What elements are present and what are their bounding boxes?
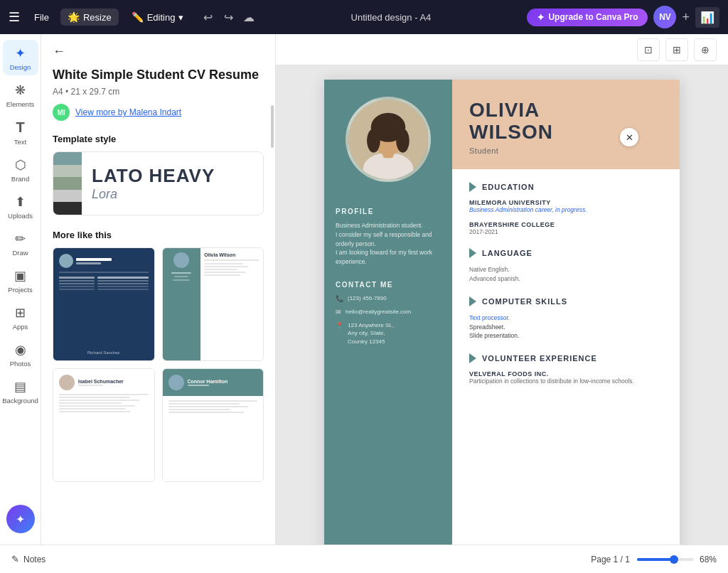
cv-edu-2-school: BRAYERSHIRE COLLEGE — [469, 221, 663, 228]
sidebar-item-label: Brand — [11, 175, 29, 183]
thumb-4-body — [163, 396, 264, 481]
sidebar-item-uploads[interactable]: ⬆ Uploads — [3, 188, 38, 224]
email-icon: ✉ — [336, 309, 341, 316]
template-thumb-2[interactable]: Olivia Wilson — [162, 247, 264, 361]
zoom-slider-track[interactable] — [637, 558, 694, 561]
avatar[interactable]: NV — [653, 6, 676, 28]
sidebar-item-elements[interactable]: ❋ Elements — [3, 77, 38, 112]
notes-button[interactable]: ✎ Notes — [11, 554, 46, 564]
cv-address: 123 Anywhere St.,Any city, State,Country… — [348, 321, 394, 346]
thumb-3-name: Isabel Schumacher — [78, 379, 124, 384]
template-thumb-1[interactable]: Richard Sanchez — [53, 247, 155, 361]
cv-contact-title: CONTACT ME — [336, 281, 441, 289]
canvas-toolbar: ⊡ ⊞ ⊕ — [276, 34, 728, 65]
resize-icon: 🌟 — [68, 11, 80, 23]
canvas-toolbar-btn-3[interactable]: ⊕ — [694, 38, 717, 61]
canvas-toolbar-btn-2[interactable]: ⊞ — [665, 38, 688, 61]
cv-name-line2: WILSON — [469, 121, 553, 143]
sidebar-item-label: Design — [10, 63, 31, 71]
notes-icon: ✎ — [11, 554, 19, 564]
analytics-icon[interactable]: 📊 — [695, 7, 719, 28]
back-button[interactable]: ← — [53, 44, 65, 59]
thumb-4-namearea: Connor Hamilton — [188, 379, 228, 386]
cv-language-header: LANGUAGE — [469, 248, 663, 258]
cv-volunteer-header: VOLUNTEER EXPERIENCE — [469, 353, 663, 363]
sidebar-item-label: Projects — [8, 286, 32, 294]
cv-edu-1-desc: Business Administration career, in progr… — [469, 206, 663, 215]
sidebar-item-photos[interactable]: ◉ Photos — [3, 336, 38, 372]
cv-skills-title: COMPUTER SKILLS — [482, 297, 567, 306]
brand-icon: ⬡ — [15, 157, 26, 173]
template-thumb-4[interactable]: Connor Hamilton — [162, 368, 264, 482]
t3d5 — [59, 405, 135, 407]
upgrade-button[interactable]: ✦ Upgrade to Canva Pro — [527, 9, 648, 26]
cv-phone-row: 📞 (123) 456-7890 — [336, 294, 441, 302]
color-swatches — [53, 152, 82, 215]
file-button[interactable]: File — [28, 9, 55, 26]
sidebar-item-draw[interactable]: ✏ Draw — [3, 225, 38, 261]
thumb-1-name-line2 — [76, 262, 101, 264]
sidebar-item-design[interactable]: ✦ Design — [3, 40, 38, 75]
template-panel: ← White Simple Student CV Resume A4 • 21… — [41, 34, 276, 545]
add-profile-icon[interactable]: + — [682, 10, 690, 25]
magic-button[interactable]: ✦ — [6, 505, 35, 533]
r4 — [97, 286, 148, 287]
l1 — [59, 277, 95, 279]
thumb-1-photo — [59, 254, 73, 268]
cv-right-column: OLIVIA WILSON Student EDUCATION — [452, 80, 680, 545]
cv-skill-3: Slide presentation. — [469, 331, 663, 341]
upgrade-star-icon: ✦ — [537, 12, 545, 23]
thumb-1-bg: Richard Sanchez — [53, 248, 154, 360]
thumb-1-divider — [59, 272, 149, 273]
redo-button[interactable]: ↪ — [220, 8, 237, 27]
sidebar-item-projects[interactable]: ▣ Projects — [3, 262, 38, 298]
author-link[interactable]: View more by Malena Indart — [75, 107, 181, 117]
sidebar-item-apps[interactable]: ⊞ Apps — [3, 299, 38, 335]
thumb-2-right: Olivia Wilson — [200, 248, 263, 360]
location-icon: 📍 — [336, 322, 343, 329]
thumb-2-left — [163, 248, 201, 360]
t2r4 — [204, 269, 237, 270]
canvas-toolbar-btn-1[interactable]: ⊡ — [637, 38, 660, 61]
editing-label: Editing — [147, 12, 176, 23]
cv-volunteer-section: VOLUNTEER EXPERIENCE VELVERAL FOODS INC.… — [469, 353, 663, 386]
resize-button[interactable]: 🌟 Resize — [60, 9, 119, 26]
document-title[interactable]: Untitled design - A4 — [260, 12, 521, 23]
t2r6 — [204, 274, 240, 276]
thumb-4-photo — [168, 375, 184, 390]
cv-document: PROFILE Business Administration student.… — [324, 80, 680, 545]
panel-title: White Simple Student CV Resume — [53, 68, 264, 82]
thumb-4-header: Connor Hamilton — [163, 369, 264, 396]
thumb-1-body — [59, 277, 149, 346]
menu-icon[interactable]: ☰ — [9, 9, 20, 25]
t2l3 — [173, 279, 190, 281]
cv-photo-circle — [346, 97, 431, 182]
t4d1 — [168, 400, 258, 402]
cv-skill-1: Text processor. — [469, 314, 663, 323]
sidebar-item-label: Text — [14, 138, 26, 146]
color-stripe-4 — [53, 190, 82, 203]
sidebar-item-text[interactable]: T Text — [3, 114, 38, 150]
zoom-slider-thumb[interactable] — [670, 555, 678, 564]
undo-redo-group: ↩ ↪ — [199, 8, 237, 27]
font-preview-area: LATO HEAVY Lora — [82, 158, 263, 209]
template-thumb-3[interactable]: Isabel Schumacher — [53, 368, 155, 482]
canvas-wrapper[interactable]: ✕ — [276, 65, 728, 545]
main-area: ✦ Design ❋ Elements T Text ⬡ Brand ⬆ Upl… — [0, 34, 728, 545]
cv-header: OLIVIA WILSON Student — [452, 80, 680, 169]
editing-button[interactable]: ✏️ Editing ▾ — [124, 9, 191, 26]
sidebar-item-background[interactable]: ▤ Background — [3, 373, 38, 409]
t2r3 — [204, 266, 248, 267]
page-indicator: Page 1 / 1 — [591, 555, 630, 564]
thumb-1-namearea — [76, 258, 112, 264]
close-button[interactable]: ✕ — [620, 128, 638, 146]
thumb-3-namearea: Isabel Schumacher — [78, 379, 124, 386]
undo-button[interactable]: ↩ — [199, 8, 217, 27]
cv-education-header: EDUCATION — [469, 182, 663, 192]
thumb-2-bg: Olivia Wilson — [163, 248, 264, 360]
l5 — [59, 289, 95, 290]
author-avatar: MI — [53, 104, 70, 121]
sidebar-item-brand[interactable]: ⬡ Brand — [3, 151, 38, 187]
cv-languages: Native English.Advanced spanish. — [469, 265, 663, 284]
scrollbar[interactable] — [271, 105, 274, 148]
